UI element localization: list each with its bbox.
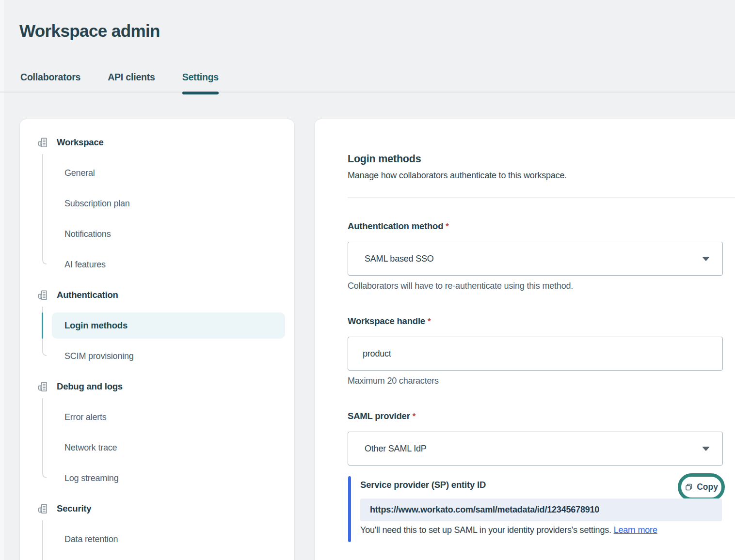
- sidebar-section-label: Security: [57, 503, 91, 514]
- auth-method-value: SAML based SSO: [365, 254, 434, 264]
- sidebar-section-workspace-header: Workspace: [20, 134, 294, 151]
- tab-settings[interactable]: Settings: [182, 71, 219, 93]
- saml-provider-value: Other SAML IdP: [365, 444, 427, 454]
- workspace-handle-input[interactable]: [348, 337, 723, 371]
- info-accent-bar: [348, 476, 351, 542]
- sidebar-section-label: Workspace: [57, 137, 104, 148]
- required-asterisk: *: [413, 412, 416, 421]
- learn-more-link[interactable]: Learn more: [614, 525, 657, 535]
- saml-provider-label: SAML provider: [348, 411, 410, 421]
- sidebar-section-label: Authentication: [57, 290, 118, 300]
- sidebar-item-general[interactable]: General: [20, 165, 294, 181]
- workspace-handle-label: Workspace handle: [348, 316, 425, 326]
- workspace-handle-help: Maximum 20 characters: [348, 376, 439, 386]
- auth-method-select[interactable]: SAML based SSO: [348, 242, 723, 276]
- sidebar-item-scim-provisioning[interactable]: SCIM provisioning: [20, 348, 294, 364]
- required-asterisk: *: [428, 317, 431, 326]
- auth-method-help: Collaborators will have to re-authentica…: [348, 281, 573, 291]
- login-methods-heading: Login methods: [348, 153, 421, 165]
- auth-method-label-row: Authentication method*: [348, 221, 449, 232]
- sp-entity-label: Service provider (SP) entity ID: [360, 480, 486, 490]
- building-shield-icon: [37, 137, 48, 148]
- copy-button[interactable]: Copy: [685, 482, 718, 492]
- sp-entity-note: You'll need this to set up SAML in your …: [360, 525, 657, 535]
- copy-icon: [685, 483, 693, 492]
- saml-provider-select[interactable]: Other SAML IdP: [348, 432, 723, 466]
- chevron-down-icon: [702, 257, 710, 261]
- tab-api-clients[interactable]: API clients: [108, 71, 155, 93]
- building-shield-icon: [37, 381, 48, 392]
- settings-nav-sidebar: Workspace General Subscription plan Noti…: [19, 119, 295, 560]
- sidebar-item-ai-features[interactable]: AI features: [20, 256, 294, 273]
- workspace-handle-label-row: Workspace handle*: [348, 316, 431, 327]
- sidebar-item-network-trace[interactable]: Network trace: [20, 439, 294, 456]
- sidebar-section-authentication-header: Authentication: [20, 287, 294, 303]
- saml-provider-label-row: SAML provider*: [348, 411, 415, 421]
- building-shield-icon: [37, 503, 48, 514]
- sidebar-item-login-methods[interactable]: Login methods: [20, 317, 294, 334]
- login-methods-panel: Login methods Manage how collaborators a…: [314, 119, 735, 560]
- sidebar-section-debug-and-logs-header: Debug and logs: [20, 378, 294, 395]
- sp-entity-value: https://www.workato.com/saml/metadata/id…: [370, 505, 599, 515]
- page-title: Workspace admin: [19, 21, 160, 41]
- sidebar-item-log-streaming[interactable]: Log streaming: [20, 470, 294, 486]
- chevron-down-icon: [702, 447, 710, 451]
- building-shield-icon: [37, 290, 48, 301]
- login-methods-description: Manage how collaborators authenticate to…: [348, 171, 567, 181]
- sp-entity-value-box: https://www.workato.com/saml/metadata/id…: [360, 498, 722, 521]
- section-divider: [348, 197, 735, 198]
- sidebar-section-security-header: Security: [20, 500, 294, 517]
- sidebar-section-label: Debug and logs: [57, 381, 123, 392]
- auth-method-label: Authentication method: [348, 221, 443, 231]
- sidebar-item-data-retention[interactable]: Data retention: [20, 531, 294, 547]
- tab-collaborators[interactable]: Collaborators: [20, 71, 80, 93]
- copy-button-highlight-ring: Copy: [678, 473, 725, 501]
- tab-bar: Collaborators API clients Settings: [0, 71, 735, 93]
- sidebar-item-error-alerts[interactable]: Error alerts: [20, 409, 294, 425]
- sidebar-item-subscription-plan[interactable]: Subscription plan: [20, 195, 294, 212]
- sidebar-item-notifications[interactable]: Notifications: [20, 226, 294, 242]
- required-asterisk: *: [446, 222, 449, 231]
